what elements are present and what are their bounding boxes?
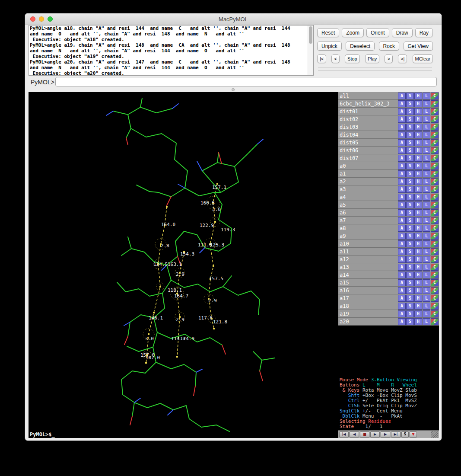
c-menu-button[interactable]: C [431,318,439,325]
object-name[interactable]: dist04 [338,132,398,138]
go-to-end-button[interactable]: ▶| [391,431,401,438]
l-menu-button[interactable]: L [423,178,430,185]
h-menu-button[interactable]: H [414,264,422,271]
c-menu-button[interactable]: C [431,178,439,185]
object-name[interactable]: a10 [338,241,398,247]
c-menu-button[interactable]: C [431,287,439,294]
object-row-a18[interactable]: a18ASHLC [338,302,439,310]
s-menu-button[interactable]: S [406,131,414,138]
object-row-dist03[interactable]: dist03ASHLC [338,123,439,131]
-button[interactable]: > [385,54,392,63]
h-menu-button[interactable]: H [414,310,422,317]
h-menu-button[interactable]: H [414,186,422,193]
h-menu-button[interactable]: H [414,248,422,255]
a-menu-button[interactable]: A [398,116,406,123]
c-menu-button[interactable]: C [431,170,439,177]
h-menu-button[interactable]: H [414,139,422,146]
s-menu-button[interactable]: S [406,147,414,154]
object-name[interactable]: a20 [338,319,398,325]
object-row-dist04[interactable]: dist04ASHLC [338,131,439,139]
s-menu-button[interactable]: S [406,256,414,263]
h-menu-button[interactable]: H [414,194,422,201]
h-menu-button[interactable]: H [414,147,422,154]
s-menu-button[interactable]: S [406,310,414,317]
l-menu-button[interactable]: L [423,131,430,138]
c-menu-button[interactable]: C [431,272,439,278]
object-row-a8[interactable]: a8ASHLC [338,224,439,232]
play-button[interactable]: Play [365,54,379,63]
c-menu-button[interactable]: C [431,233,439,240]
s-menu-button[interactable]: S [406,163,414,169]
a-menu-button[interactable]: A [398,303,406,310]
c-menu-button[interactable]: C [431,279,439,286]
object-name[interactable]: a2 [338,179,398,185]
a-menu-button[interactable]: A [398,310,406,317]
object-row-dist01[interactable]: dist01ASHLC [338,108,439,115]
c-menu-button[interactable]: C [431,163,439,169]
h-menu-button[interactable]: H [414,116,422,123]
object-name[interactable]: a1 [338,171,398,177]
l-menu-button[interactable]: L [423,318,430,325]
deselect-button[interactable]: Deselect [346,42,375,51]
object-name[interactable]: a8 [338,225,398,231]
a-menu-button[interactable]: A [398,108,406,115]
c-menu-button[interactable]: C [431,116,439,123]
c-menu-button[interactable]: C [431,186,439,193]
reset-button[interactable]: Reset [317,28,339,37]
object-row-6cbc_helix_302_3[interactable]: 6cbc_helix_302_3ASHLC [338,100,439,108]
h-menu-button[interactable]: H [414,201,422,208]
-button[interactable]: |< [317,54,326,63]
command-input[interactable] [55,77,437,86]
a-menu-button[interactable]: A [398,93,406,99]
orient-button[interactable]: Orient [366,28,389,37]
play-button[interactable]: ▶ [370,431,380,438]
3d-viewport[interactable]: 157.1160.53.0164.0122.9119.32.8111.6125.… [29,92,338,438]
c-menu-button[interactable]: C [431,264,439,271]
object-name[interactable]: a13 [338,264,398,270]
object-name[interactable]: a16 [338,288,398,294]
l-menu-button[interactable]: L [423,108,430,115]
s-menu-button[interactable]: S [406,264,414,271]
a-menu-button[interactable]: A [398,170,406,177]
s-menu-button[interactable]: S [406,100,414,107]
s-menu-button[interactable]: S [406,139,414,146]
s-menu-button[interactable]: S [406,287,414,294]
object-row-a6[interactable]: a6ASHLC [338,209,439,217]
resize-grip[interactable] [431,431,438,438]
s-menu-button[interactable]: S [406,240,414,247]
s-menu-button[interactable]: S [406,318,414,325]
stop-button[interactable]: ■ [360,431,369,438]
l-menu-button[interactable]: L [423,170,430,177]
l-menu-button[interactable]: L [423,256,430,263]
object-name[interactable]: 6cbc_helix_302_3 [338,101,398,107]
a-menu-button[interactable]: A [398,209,406,216]
object-name[interactable]: a18 [338,303,398,309]
l-menu-button[interactable]: L [423,116,430,123]
-button[interactable]: < [331,54,339,63]
object-row-a15[interactable]: a15ASHLC [338,279,439,287]
a-menu-button[interactable]: A [398,100,406,107]
object-name[interactable]: a5 [338,202,398,208]
c-menu-button[interactable]: C [431,295,439,302]
c-menu-button[interactable]: C [431,248,439,255]
l-menu-button[interactable]: L [423,147,430,154]
s-menu-button[interactable]: S [406,178,414,185]
c-menu-button[interactable]: C [431,201,439,208]
object-row-a12[interactable]: a12ASHLC [338,256,439,263]
s-menu-button[interactable]: S [406,124,414,131]
h-menu-button[interactable]: H [414,303,422,310]
c-menu-button[interactable]: C [431,256,439,263]
console-scrollbar-thumb[interactable] [309,26,312,44]
h-menu-button[interactable]: H [414,240,422,247]
h-menu-button[interactable]: H [414,170,422,177]
s-menu-button[interactable]: S [406,186,414,193]
a-menu-button[interactable]: A [398,318,406,325]
mclear-button[interactable]: MClear [413,54,433,63]
l-menu-button[interactable]: L [423,139,430,146]
h-menu-button[interactable]: H [414,124,422,131]
l-menu-button[interactable]: L [423,272,430,278]
c-menu-button[interactable]: C [431,240,439,247]
s-menu-button[interactable]: S [406,170,414,177]
l-menu-button[interactable]: L [423,201,430,208]
s-menu-button[interactable]: S [406,209,414,216]
